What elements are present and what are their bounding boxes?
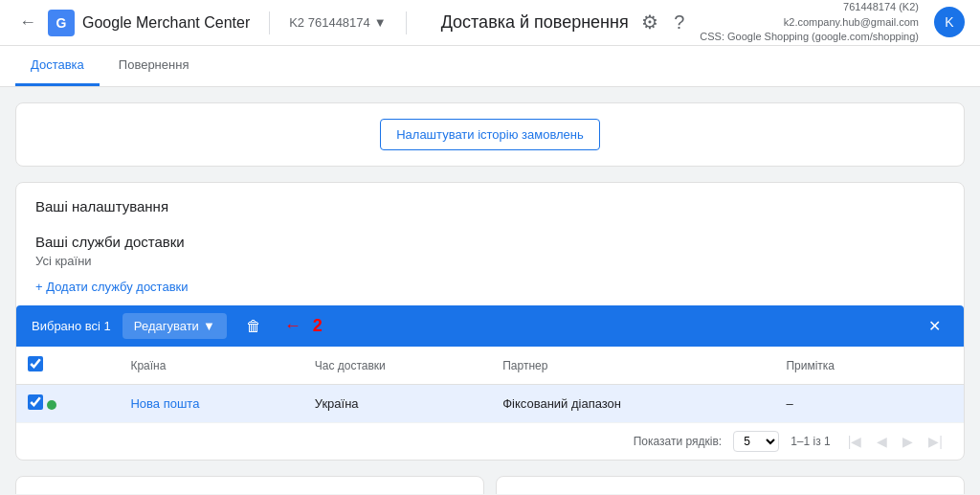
- row-note: [918, 385, 964, 423]
- app-name: Google Merchant Center: [82, 14, 250, 32]
- warehouses-title: Ваші склади: [70, 492, 451, 494]
- annotation-label-2: 2: [313, 316, 323, 336]
- header-actions: ⚙ ? 761448174 (K2) k2.company.hub@gmail.…: [641, 0, 965, 44]
- google-logo: G: [48, 10, 75, 36]
- settings-icon[interactable]: ⚙: [641, 11, 658, 34]
- table-body: Нова пошта Україна Фіксований діапазон –: [16, 385, 964, 423]
- order-history-card: Налаштувати історію замовлень: [15, 102, 965, 167]
- help-icon[interactable]: ?: [674, 11, 684, 34]
- order-history-button[interactable]: Налаштувати історію замовлень: [380, 119, 600, 150]
- settings-section: Ваші налаштування: [16, 183, 964, 234]
- services-title: Ваші служби доставки: [35, 234, 945, 250]
- page-nav: |◀ ◀ ▶ ▶|: [842, 432, 948, 451]
- header-divider-2: [406, 11, 407, 34]
- row-service-name: Нова пошта: [119, 385, 302, 423]
- partners-icon: [512, 493, 539, 494]
- bottom-grid: Ваші склади Немає активних складів › Зв'…: [15, 476, 965, 494]
- col-checkbox: [16, 347, 119, 385]
- header-divider: [269, 11, 270, 34]
- row-delivery-time: Фіксований діапазон: [491, 385, 774, 423]
- tabs-bar: Доставка Повернення: [0, 46, 980, 87]
- row-country: Україна: [303, 385, 491, 423]
- table-header: Країна Час доставки Партнер Примітка: [16, 347, 964, 385]
- service-table: Країна Час доставки Партнер Примітка Нов…: [16, 347, 964, 423]
- warehouses-icon: [32, 493, 58, 494]
- next-page-button[interactable]: ▶: [897, 432, 919, 451]
- account-selector[interactable]: K2 761448174 ▼: [289, 15, 386, 30]
- header-left: ← G Google Merchant Center K2 761448174 …: [15, 9, 629, 36]
- select-all-checkbox[interactable]: [28, 356, 43, 371]
- warehouses-card[interactable]: Ваші склади Немає активних складів ›: [15, 476, 484, 494]
- row-partner: –: [774, 385, 917, 423]
- pagination: Показати рядків: 5 10 25 1–1 із 1 |◀ ◀ ▶…: [16, 423, 964, 460]
- page-title: Доставка й повернення: [441, 12, 629, 33]
- settings-card: Ваші налаштування Ваші служби доставки У…: [15, 182, 965, 461]
- settings-title: Ваші налаштування: [35, 198, 945, 214]
- user-email: k2.company.hub@gmail.com: [700, 15, 919, 30]
- annotation-arrow-2: ←: [284, 316, 301, 336]
- rows-label: Показати рядків:: [634, 435, 722, 448]
- delete-button[interactable]: 🗑: [238, 314, 269, 339]
- partners-title: Зв'язані партнери: [550, 492, 931, 494]
- toolbar-wrapper: 1 → Вибрано всі 1 Редагувати ▼ 🗑 ← 2 ✕: [16, 305, 964, 460]
- first-page-button[interactable]: |◀: [842, 432, 868, 451]
- warehouses-content: Ваші склади Немає активних складів: [70, 492, 451, 494]
- col-delivery-time: Час доставки: [303, 347, 491, 385]
- rows-per-page-select[interactable]: 5 10 25: [733, 431, 779, 452]
- user-info: 761448174 (K2) k2.company.hub@gmail.com …: [700, 0, 919, 44]
- col-country: Країна: [119, 347, 302, 385]
- back-button[interactable]: ←: [15, 9, 40, 36]
- selection-toolbar: Вибрано всі 1 Редагувати ▼ 🗑 ← 2 ✕: [16, 305, 964, 347]
- row-checkbox-cell: [16, 385, 119, 423]
- user-css: CSS: Google Shopping (google.com/shoppin…: [700, 30, 919, 44]
- page-range: 1–1 із 1: [791, 435, 831, 448]
- edit-button[interactable]: Редагувати ▼: [122, 313, 227, 339]
- row-checkbox[interactable]: [28, 394, 43, 410]
- services-subtitle: Усі країни: [35, 254, 945, 268]
- last-page-button[interactable]: ▶|: [923, 432, 948, 451]
- avatar[interactable]: K: [934, 7, 965, 37]
- selection-count: Вибрано всі 1: [32, 319, 111, 333]
- col-partner: Партнер: [491, 347, 774, 385]
- partners-content: Зв'язані партнери Немає зв'язаних партне…: [550, 492, 931, 494]
- services-section: Ваші служби доставки Усі країни + Додати…: [16, 234, 964, 305]
- tab-returns[interactable]: Повернення: [103, 46, 205, 86]
- add-service-link[interactable]: + Додати службу доставки: [35, 280, 189, 294]
- main-content: Налаштувати історію замовлень Ваші налаш…: [0, 87, 980, 494]
- prev-page-button[interactable]: ◀: [871, 432, 893, 451]
- tab-delivery[interactable]: Доставка: [15, 46, 100, 86]
- toolbar-close-button[interactable]: ✕: [921, 313, 948, 339]
- header: ← G Google Merchant Center K2 761448174 …: [0, 0, 980, 46]
- partners-card[interactable]: Зв'язані партнери Немає зв'язаних партне…: [496, 476, 965, 494]
- user-name: 761448174 (K2): [700, 0, 919, 14]
- status-dot: [47, 400, 56, 410]
- table-row: Нова пошта Україна Фіксований діапазон –: [16, 385, 964, 423]
- order-history-top: Налаштувати історію замовлень: [16, 103, 964, 166]
- col-note: Примітка: [774, 347, 917, 385]
